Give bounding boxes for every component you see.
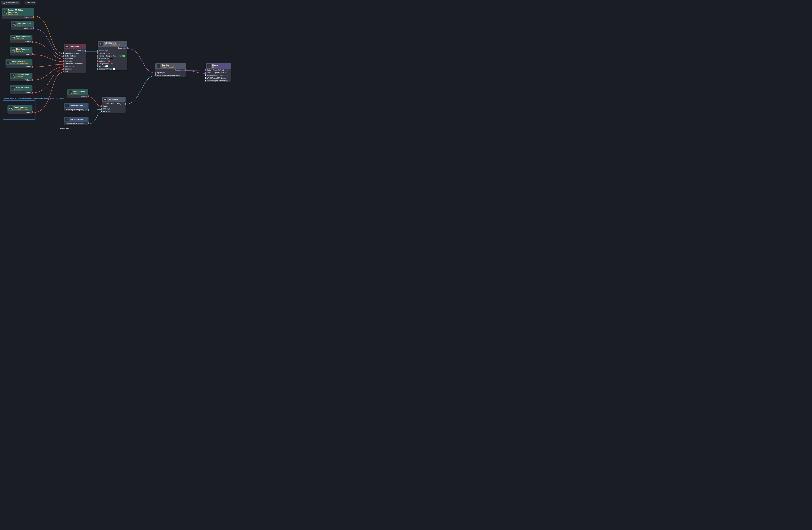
node-title: Texture 2D Object Parameter bbox=[8, 9, 32, 13]
node-canvas[interactable]: IMG Texture 2D Object ParameterBackgroun… bbox=[0, 5, 237, 132]
node-faceted-normal[interactable]: ↥ Faceted Normal Normal ( World Space ).… bbox=[64, 103, 88, 111]
breadcrumb-current[interactable]: Refraction bbox=[24, 1, 37, 4]
node-title: PBR ( Lighting ) bbox=[104, 42, 120, 44]
node-surface-normal[interactable]: ↗ Surface Normal ( World Space ) Normal.… bbox=[64, 117, 88, 125]
port-value-out[interactable]: Value.rgba bbox=[11, 27, 34, 30]
node-texture2d[interactable]: IMG Texture 2D Object ParameterBackgroun… bbox=[2, 8, 34, 19]
float-icon: 1.23 bbox=[12, 36, 15, 39]
breadcrumb-bar: Refraction › Refraction bbox=[0, 0, 237, 5]
port-bool[interactable]: Bool.x bbox=[102, 105, 126, 107]
node-intensity[interactable]: 1.23 Float ParameterIntensity Value.x bbox=[10, 47, 32, 56]
swatch-icon bbox=[122, 55, 125, 57]
port-normal-out[interactable]: ( World Space ) Normal.xyz bbox=[64, 122, 88, 125]
port-ao[interactable]: AO.rgb bbox=[98, 65, 127, 68]
node-subtitle: Exponent bbox=[16, 76, 29, 78]
port-specao[interactable]: Specular AO.rgb bbox=[98, 68, 127, 70]
node-title: Conditional bbox=[108, 99, 118, 101]
node-title: Bool Parameter bbox=[73, 90, 87, 92]
port-opacity[interactable]: Opacity.x ( 1 ) bbox=[98, 52, 127, 55]
node-title: Float Parameter bbox=[16, 35, 30, 38]
float-icon: 1.23 bbox=[11, 74, 15, 77]
node-title: Float Parameter bbox=[16, 74, 29, 76]
port-albedo[interactable]: Albedo.rgb bbox=[98, 49, 127, 52]
port-darken[interactable]: Darken.x bbox=[64, 68, 86, 70]
node-title: Color Parameter bbox=[17, 22, 31, 24]
breadcrumb-root-label: Refraction bbox=[6, 2, 15, 4]
port-value-out[interactable]: Value.x bbox=[8, 111, 32, 114]
pbr-icon: ◐ bbox=[99, 42, 103, 46]
port-false[interactable]: False.xyz bbox=[102, 110, 126, 113]
node-chromatic-aberration[interactable]: 1.23 Float ParameterChromatic Aberration… bbox=[5, 59, 32, 68]
node-shader[interactable]: ◉ Shader3D Color - Target 0 (Pixel).rgba… bbox=[206, 63, 231, 82]
bool-icon: ✓ bbox=[69, 90, 72, 94]
node-title: Refraction bbox=[70, 46, 79, 48]
port-normal-out[interactable]: Normal ( World Space ).xyz bbox=[64, 108, 88, 111]
port-value-out[interactable]: Value.x bbox=[10, 91, 32, 94]
port-ior[interactable]: IOR.x bbox=[64, 70, 86, 73]
node-subtitle: Background bbox=[8, 13, 32, 15]
swatch-icon bbox=[113, 68, 115, 70]
node-color-param[interactable]: CLR Color ParameterColor Tint Value.rgba bbox=[11, 21, 34, 30]
node-title: Float Parameter bbox=[14, 106, 28, 108]
node-conditional[interactable]: ⇄ Conditional ( Bool ? True : False ).xy… bbox=[102, 97, 126, 113]
node-subtitle: Diffuse and Specular bbox=[104, 44, 120, 46]
swatch-icon bbox=[105, 65, 108, 67]
color-icon: CLR bbox=[12, 23, 16, 26]
node-subtitle: 3D bbox=[212, 66, 218, 68]
port-exponent[interactable]: Exponent.x bbox=[64, 65, 86, 68]
port-target1[interactable]: Color - Target 1 (Pixel).rgba bbox=[206, 71, 231, 74]
node-title: Override bbox=[162, 64, 174, 66]
comment-text: correct index to achieve better represen… bbox=[4, 98, 75, 100]
port-value-out[interactable]: Value.x bbox=[5, 65, 32, 68]
port-target0[interactable]: Color - Target 0 (Pixel).rgba bbox=[206, 69, 231, 71]
node-subtitle: Thickness bbox=[16, 38, 30, 40]
port-intensity[interactable]: Intensity.x bbox=[64, 60, 86, 62]
port-value-out[interactable]: Value.x bbox=[67, 95, 88, 98]
port-output[interactable]: Output.rgb bbox=[64, 49, 86, 52]
node-pbr[interactable]: ◐ PBR ( Lighting )Diffuse and Specular C… bbox=[98, 41, 127, 70]
node-exponent[interactable]: 1.23 Float ParameterExponent Value.x bbox=[10, 73, 32, 81]
port-value-out[interactable]: Value.x bbox=[10, 53, 32, 56]
node-override[interactable]: ↓ OverrideSurface Normal Output.xyzw Inp… bbox=[156, 63, 186, 77]
port-refr-tex[interactable]: Refraction Texture bbox=[64, 52, 86, 55]
port-color-tint[interactable]: Color Tint.rgb bbox=[64, 55, 86, 57]
material-icon bbox=[3, 2, 5, 4]
port-emissive[interactable]: Emissive.rgb bbox=[98, 57, 127, 60]
port-worldtan[interactable]: World Tangent (Vertex).xyz bbox=[206, 79, 231, 82]
port-value-out[interactable]: Value.x bbox=[10, 78, 32, 81]
port-worldpos[interactable]: World Position (Vertex).xyz bbox=[206, 74, 231, 77]
refraction-icon: ⇆ bbox=[65, 45, 69, 48]
node-ior[interactable]: 1.23 Float ParameterIndex of Refraction … bbox=[8, 105, 32, 114]
port-input[interactable]: Input.xyzw bbox=[156, 71, 186, 74]
float-icon: 1.23 bbox=[12, 48, 15, 52]
port-texture-out[interactable]: Texture.2d bbox=[2, 16, 34, 19]
port-surfnorm[interactable]: Surface Normal ( World Space ).xyz bbox=[156, 74, 186, 77]
node-title: Faceted Normal bbox=[70, 105, 84, 107]
port-metallic[interactable]: Metallic.x ( 0 ) bbox=[98, 60, 127, 62]
surface-normal-icon: ↗ bbox=[65, 118, 69, 121]
port-thickness[interactable]: Thickness.x bbox=[64, 57, 86, 60]
float-icon: 1.23 bbox=[11, 87, 15, 90]
svg-point-1 bbox=[4, 2, 4, 3]
port-roughness[interactable]: Roughness.x ( 0 ) bbox=[98, 62, 127, 65]
texture-icon: IMG bbox=[3, 10, 7, 14]
port-value-out[interactable]: Value.x bbox=[10, 41, 32, 43]
node-refraction[interactable]: ⇆ Refraction Output.rgb Refraction Textu… bbox=[64, 44, 86, 73]
node-darken[interactable]: 1.23 Float ParameterDarken Value.x bbox=[10, 85, 32, 94]
port-cond-out[interactable]: ( Bool ? True : False ).xyz bbox=[102, 102, 126, 105]
node-subtitle: Darken bbox=[16, 88, 29, 90]
node-subtitle: Surface Normal bbox=[162, 66, 174, 68]
node-title: Shader bbox=[212, 64, 218, 66]
port-output[interactable]: Output.xyzw bbox=[156, 69, 186, 71]
breadcrumb-root[interactable]: Refraction bbox=[1, 1, 20, 4]
node-subtitle: Color Tint bbox=[17, 24, 31, 26]
port-worldnorm[interactable]: World Normal (Vertex).xyz bbox=[206, 77, 231, 79]
port-color-out[interactable]: Color.rgba bbox=[98, 47, 127, 49]
node-bool-faceted[interactable]: ✓ Bool ParameterFaceted Value.x bbox=[67, 89, 88, 98]
port-true[interactable]: True.xyz bbox=[102, 107, 126, 110]
swatch-icon bbox=[110, 58, 113, 59]
port-normal[interactable]: Normal ( Tangent Space ).rgb bbox=[98, 55, 127, 57]
node-thickness[interactable]: 1.23 Float ParameterThickness Value.x bbox=[10, 34, 32, 43]
float-icon: 1.23 bbox=[7, 61, 11, 64]
port-chrom-ab[interactable]: Chromatic Aberration.x bbox=[64, 62, 86, 65]
